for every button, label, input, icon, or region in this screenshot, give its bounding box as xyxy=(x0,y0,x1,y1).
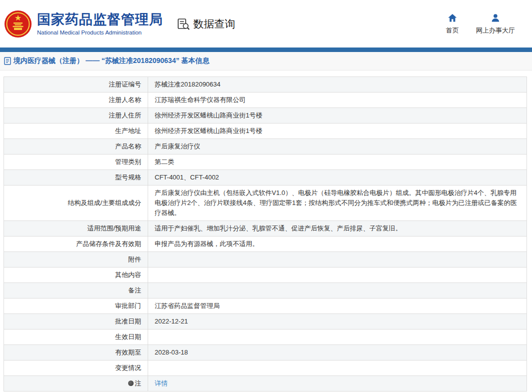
table-row: 注详情 xyxy=(4,376,527,392)
row-label: 有效期至 xyxy=(4,345,148,360)
home-icon xyxy=(447,13,457,23)
table-row: 其他内容 xyxy=(4,268,527,283)
note-dot-icon xyxy=(128,380,134,386)
row-value: 徐州经济开发区蟠桃山路商业街1号楼 xyxy=(148,124,527,139)
row-value: 申报产品为有源器械，此项不适用。 xyxy=(148,236,527,252)
row-value xyxy=(148,283,527,298)
row-label: 审批部门 xyxy=(4,298,148,314)
user-icon xyxy=(490,13,500,23)
row-label: 管理类别 xyxy=(4,154,148,170)
row-label: 其他内容 xyxy=(4,268,148,283)
table-row: 结构及组成/主要组成成分产后康复治疗仪由主机（包括嵌入式软件V1.0）、电极片（… xyxy=(4,186,527,221)
org-name-cn: 国家药品监督管理局 xyxy=(37,12,163,28)
table-row: 生产地址徐州经济开发区蟠桃山路商业街1号楼 xyxy=(4,124,527,139)
service-hall-label: 网上办事大厅 xyxy=(476,26,515,35)
row-label: 注 xyxy=(4,376,148,392)
row-label: 产品储存条件及有效期 xyxy=(4,236,148,252)
header-nav: 首页 网上办事大厅 xyxy=(446,13,522,35)
row-label: 注册证编号 xyxy=(4,77,148,92)
table-row: 生效日期 xyxy=(4,330,527,345)
row-value: 2028-03-18 xyxy=(148,345,527,360)
row-value: 详情 xyxy=(148,376,527,392)
table-row: 注册证编号苏械注准20182090634 xyxy=(4,77,527,92)
row-label: 结构及组成/主要组成成分 xyxy=(4,186,148,221)
nmpa-logo[interactable]: 国家药品监督管理局 National Medical Products Admi… xyxy=(4,10,163,38)
table-row: 注册人住所徐州经济开发区蟠桃山路商业街1号楼 xyxy=(4,108,527,124)
table-row: 批准日期2022-12-21 xyxy=(4,314,527,330)
table-row: 变更情况 xyxy=(4,360,527,376)
breadcrumb-label: 境内医疗器械（注册） —— “苏械注准20182090634” 基本信息 xyxy=(14,56,209,66)
row-value: 产后康复治疗仪 xyxy=(148,139,527,154)
org-name-en: National Medical Products Administration xyxy=(37,30,163,36)
row-label: 注册人名称 xyxy=(4,92,148,108)
row-label: 批准日期 xyxy=(4,314,148,330)
table-row: 附件 xyxy=(4,252,527,268)
row-label: 附件 xyxy=(4,252,148,268)
row-label: 型号规格 xyxy=(4,170,148,186)
row-value: 苏械注准20182090634 xyxy=(148,77,527,92)
table-row: 有效期至2028-03-18 xyxy=(4,345,527,360)
table-row: 管理类别第二类 xyxy=(4,154,527,170)
document-icon xyxy=(4,57,11,65)
data-query-icon xyxy=(177,18,190,30)
row-label: 注册人住所 xyxy=(4,108,148,124)
table-row: 产品储存条件及有效期申报产品为有源器械，此项不适用。 xyxy=(4,236,527,252)
row-value xyxy=(148,360,527,376)
table-wrap: 注册证编号苏械注准20182090634注册人名称江苏瑞祺生命科学仪器有限公司注… xyxy=(4,76,527,392)
row-value xyxy=(148,252,527,268)
national-emblem-icon xyxy=(4,10,32,38)
row-value: CFT-4001、CFT-4002 xyxy=(148,170,527,186)
nav-data-query[interactable]: 数据查询 xyxy=(177,17,235,31)
table-row: 备注 xyxy=(4,283,527,298)
page: 国家药品监督管理局 National Medical Products Admi… xyxy=(0,0,532,392)
table-row: 注册人名称江苏瑞祺生命科学仪器有限公司 xyxy=(4,92,527,108)
row-value: 2022-12-21 xyxy=(148,314,527,330)
table-row: 型号规格CFT-4001、CFT-4002 xyxy=(4,170,527,186)
logo-text: 国家药品监督管理局 National Medical Products Admi… xyxy=(37,12,163,35)
data-query-label: 数据查询 xyxy=(193,17,235,31)
detail-link[interactable]: 详情 xyxy=(155,380,168,387)
row-value: 江苏省药品监督管理局 xyxy=(148,298,527,314)
row-label: 生产地址 xyxy=(4,124,148,139)
nav-home[interactable]: 首页 xyxy=(446,13,459,35)
row-value xyxy=(148,268,527,283)
row-label: 适用范围/预期用途 xyxy=(4,221,148,236)
row-value xyxy=(148,330,527,345)
row-label: 变更情况 xyxy=(4,360,148,376)
row-label: 产品名称 xyxy=(4,139,148,154)
row-value: 徐州经济开发区蟠桃山路商业街1号楼 xyxy=(148,108,527,124)
row-value: 适用于产妇催乳、增加乳汁分泌、乳腺管不通、促进产后恢复、产后排尿、子宫复旧。 xyxy=(148,221,527,236)
row-value: 第二类 xyxy=(148,154,527,170)
row-label: 备注 xyxy=(4,283,148,298)
table-row: 产品名称产后康复治疗仪 xyxy=(4,139,527,154)
header-divider-bar xyxy=(0,48,532,52)
home-label: 首页 xyxy=(446,26,459,35)
table-row: 适用范围/预期用途适用于产妇催乳、增加乳汁分泌、乳腺管不通、促进产后恢复、产后排… xyxy=(4,221,527,236)
row-label: 生效日期 xyxy=(4,330,148,345)
site-header: 国家药品监督管理局 National Medical Products Admi… xyxy=(0,0,532,48)
nav-service-hall[interactable]: 网上办事大厅 xyxy=(476,13,515,35)
row-value: 江苏瑞祺生命科学仪器有限公司 xyxy=(148,92,527,108)
row-value: 产后康复治疗仪由主机（包括嵌入式软件V1.0）、电极片（硅导电橡胶粘合电极片）组… xyxy=(148,186,527,221)
table-row: 审批部门江苏省药品监督管理局 xyxy=(4,298,527,314)
breadcrumb: 境内医疗器械（注册） —— “苏械注准20182090634” 基本信息 xyxy=(0,52,532,70)
registration-info-table: 注册证编号苏械注准20182090634注册人名称江苏瑞祺生命科学仪器有限公司注… xyxy=(4,76,527,392)
